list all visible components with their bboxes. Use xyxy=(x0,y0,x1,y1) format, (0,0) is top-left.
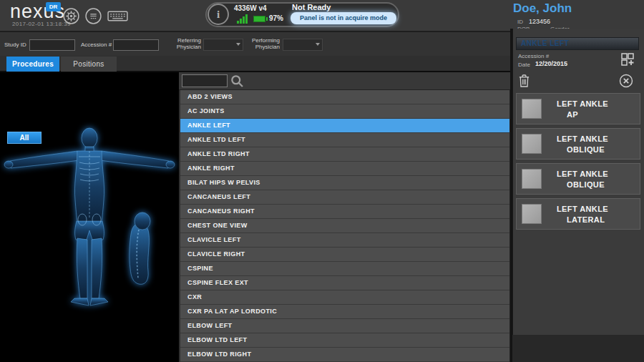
tab-positions[interactable]: Positions xyxy=(61,57,117,72)
procedure-row[interactable]: CXR xyxy=(180,290,509,305)
view-card[interactable]: LEFT ANKLE LATERAL xyxy=(516,198,640,230)
chevron-down-icon xyxy=(316,43,320,46)
app-window: nexus DR 2017-02-01 13:18:39 i xyxy=(0,0,644,362)
keyboard-icon[interactable] xyxy=(107,7,129,25)
view-card[interactable]: LEFT ANKLE AP xyxy=(516,93,640,124)
view-thumbnail xyxy=(522,204,542,224)
procedure-row[interactable]: ELBOW LEFT xyxy=(180,319,509,333)
search-icon[interactable] xyxy=(230,74,245,89)
procedure-date-value: 12/20/2015 xyxy=(535,60,567,67)
battery-icon xyxy=(253,16,265,22)
view-name: LEFT ANKLE xyxy=(557,99,608,108)
view-position: LATERAL xyxy=(567,215,605,224)
view-position: AP xyxy=(567,110,578,119)
view-thumbnail xyxy=(522,169,542,189)
view-thumbnail xyxy=(522,134,542,154)
trash-icon[interactable] xyxy=(518,74,530,88)
procedure-row[interactable]: CLAVICLE RIGHT xyxy=(180,248,509,262)
all-body-parts-button[interactable]: All xyxy=(7,132,42,144)
procedure-row[interactable]: ANKLE LTD LEFT xyxy=(180,133,509,147)
referring-physician-dropdown[interactable] xyxy=(203,39,243,51)
bottom-right-area xyxy=(512,335,644,362)
view-name: LEFT ANKLE xyxy=(557,134,608,143)
signal-strength-icon xyxy=(237,14,251,24)
performing-physician-label: Performing Physician xyxy=(247,37,280,50)
view-card[interactable]: LEFT ANKLE OBLIQUE xyxy=(516,163,640,195)
top-bar: nexus DR 2017-02-01 13:18:39 i xyxy=(0,0,644,32)
view-thumbnail xyxy=(522,99,542,119)
study-id-input[interactable] xyxy=(29,39,75,51)
procedure-row[interactable]: CANCANEUS RIGHT xyxy=(180,205,509,219)
study-form-row: Study ID Accession # Referring Physician… xyxy=(0,32,510,56)
procedure-row[interactable]: CSPINE xyxy=(180,262,509,276)
view-position: OBLIQUE xyxy=(567,145,605,154)
chevron-down-icon xyxy=(236,43,240,46)
procedure-row[interactable]: CSPINE FLEX EXT xyxy=(180,276,509,290)
procedure-row[interactable]: CXR PA LAT AP LORDOTIC xyxy=(180,305,509,319)
body-map-panel: All xyxy=(0,72,179,362)
view-card[interactable]: LEFT ANKLE OBLIQUE xyxy=(516,128,640,160)
panel-state-label: Not Ready xyxy=(292,3,331,11)
patient-name[interactable]: Doe, John xyxy=(513,1,572,16)
procedure-row[interactable]: BILAT HIPS W PELVIS xyxy=(180,176,509,190)
study-id-label: Study ID xyxy=(4,41,26,48)
procedure-row[interactable]: CHEST ONE VIEW xyxy=(180,219,509,233)
procedure-row[interactable]: ABD 2 VIEWS xyxy=(180,90,509,104)
referring-physician-label: Referring Physician xyxy=(168,37,201,50)
detector-name: 4336W v4 xyxy=(234,4,267,12)
procedure-row[interactable]: ANKLE LEFT xyxy=(180,119,509,133)
procedure-row[interactable]: CANCANEUS LEFT xyxy=(180,190,509,205)
view-list: LEFT ANKLE AP LEFT ANKLE OBLIQUE LEFT AN… xyxy=(516,93,640,233)
patient-id-label: ID xyxy=(517,19,523,25)
tab-procedures[interactable]: Procedures xyxy=(6,57,59,72)
procedure-list: ABD 2 VIEWS AC JOINTS ANKLE LEFT ANKLE L… xyxy=(180,90,509,362)
search-input[interactable] xyxy=(182,74,228,87)
info-icon[interactable]: i xyxy=(208,4,229,25)
settings-gear-icon[interactable] xyxy=(62,7,80,25)
performing-physician-dropdown[interactable] xyxy=(283,39,323,51)
body-xray-figure[interactable] xyxy=(0,115,179,362)
procedure-row[interactable]: ANKLE LTD RIGHT xyxy=(180,147,509,162)
view-name: LEFT ANKLE xyxy=(557,205,608,213)
view-position: OBLIQUE xyxy=(567,180,605,189)
battery-percent: 97% xyxy=(269,14,283,22)
close-icon[interactable] xyxy=(619,74,633,88)
view-name: LEFT ANKLE xyxy=(557,170,608,178)
add-view-icon[interactable] xyxy=(620,52,637,69)
logo-dr-badge: DR xyxy=(46,2,61,11)
procedure-search-bar xyxy=(179,72,510,90)
accession-input[interactable] xyxy=(113,39,159,51)
procedure-row[interactable]: CLAVICLE LEFT xyxy=(180,233,509,248)
generator-console-icon[interactable] xyxy=(84,7,102,25)
accession-label: Accession # xyxy=(81,41,112,48)
procedure-row[interactable]: AC JOINTS xyxy=(180,104,509,119)
procedure-accession-label: Accession # xyxy=(518,53,549,59)
procedure-row[interactable]: ELBOW LTD RIGHT xyxy=(180,348,509,362)
procedure-date-label: Date xyxy=(518,62,530,68)
panel-status-message: Panel is not in acquire mode xyxy=(291,12,396,24)
procedure-row[interactable]: ELBOW LTD LEFT xyxy=(180,333,509,348)
procedure-row[interactable]: ANKLE RIGHT xyxy=(180,162,509,176)
selected-procedure-title[interactable]: ANKLE LEFT xyxy=(516,37,639,50)
patient-id-value: 123456 xyxy=(529,18,550,25)
